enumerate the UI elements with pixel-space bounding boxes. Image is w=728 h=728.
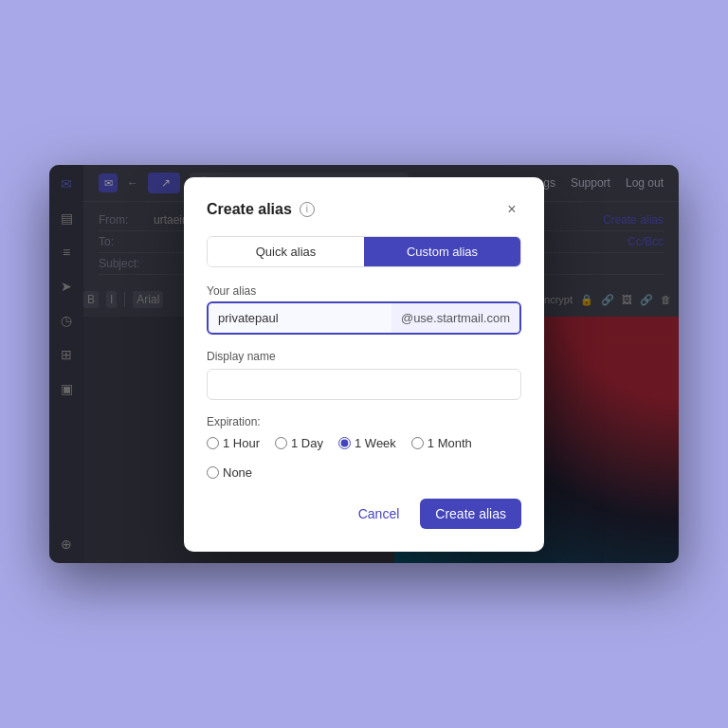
alias-domain: @use.startmail.com — [391, 303, 519, 333]
modal-title-row: Create alias i — [207, 201, 315, 218]
info-icon[interactable]: i — [300, 202, 315, 217]
display-name-label: Display name — [207, 350, 521, 363]
alias-text-input[interactable] — [209, 303, 391, 333]
expiration-label: Expiration: — [207, 415, 521, 428]
create-alias-modal: Create alias i × Quick alias Custom alia… — [184, 177, 544, 552]
alias-field-label: Your alias — [207, 284, 521, 298]
radio-1month[interactable] — [411, 437, 424, 449]
close-icon[interactable]: × — [502, 200, 521, 219]
mail-window: ✉ ▤ ≡ ➤ ◷ ⊞ ▣ ⊕ ✉ ← ↗ 🔍 — [49, 165, 679, 563]
expiration-1month[interactable]: 1 Month — [411, 436, 472, 450]
modal-overlay: Create alias i × Quick alias Custom alia… — [49, 165, 679, 563]
tab-switcher: Quick alias Custom alias — [207, 236, 521, 267]
expiration-1day[interactable]: 1 Day — [275, 436, 323, 450]
expiration-none[interactable]: None — [207, 465, 252, 480]
alias-input-row: @use.startmail.com — [207, 301, 521, 335]
modal-header: Create alias i × — [207, 200, 521, 219]
display-name-input[interactable] — [207, 369, 521, 400]
tab-custom-alias[interactable]: Custom alias — [364, 237, 520, 266]
radio-1hour[interactable] — [207, 437, 219, 449]
expiration-1week[interactable]: 1 Week — [338, 436, 396, 450]
cancel-button[interactable]: Cancel — [347, 499, 411, 529]
radio-none[interactable] — [207, 466, 219, 479]
radio-1week[interactable] — [338, 437, 351, 449]
tab-quick-alias[interactable]: Quick alias — [208, 237, 364, 266]
expiration-radio-group: 1 Hour 1 Day 1 Week 1 Month — [207, 436, 521, 480]
modal-actions: Cancel Create alias — [207, 499, 521, 529]
expiration-1hour[interactable]: 1 Hour — [207, 436, 260, 450]
modal-title: Create alias — [207, 201, 292, 218]
radio-1day[interactable] — [275, 437, 287, 449]
create-alias-button[interactable]: Create alias — [420, 499, 521, 529]
